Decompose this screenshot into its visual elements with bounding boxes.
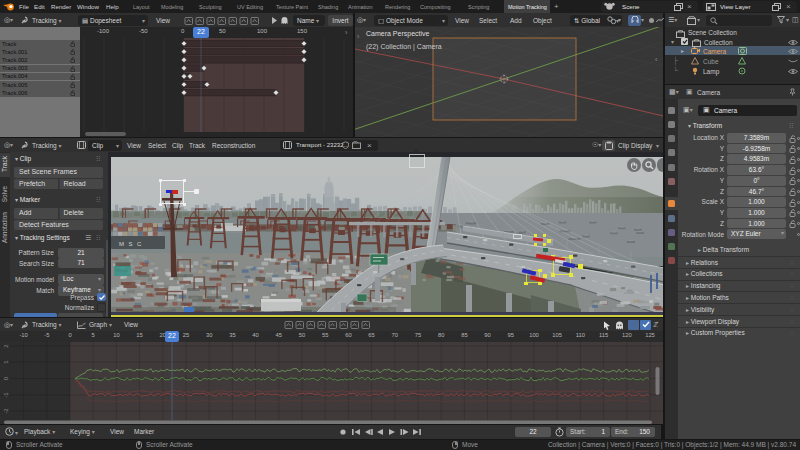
svg-text:2: 2 [3, 344, 9, 347]
svg-text:-1: -1 [3, 392, 9, 397]
svg-text:1: 1 [3, 360, 9, 363]
svg-text:0: 0 [3, 377, 9, 380]
svg-text:-2: -2 [3, 408, 9, 413]
